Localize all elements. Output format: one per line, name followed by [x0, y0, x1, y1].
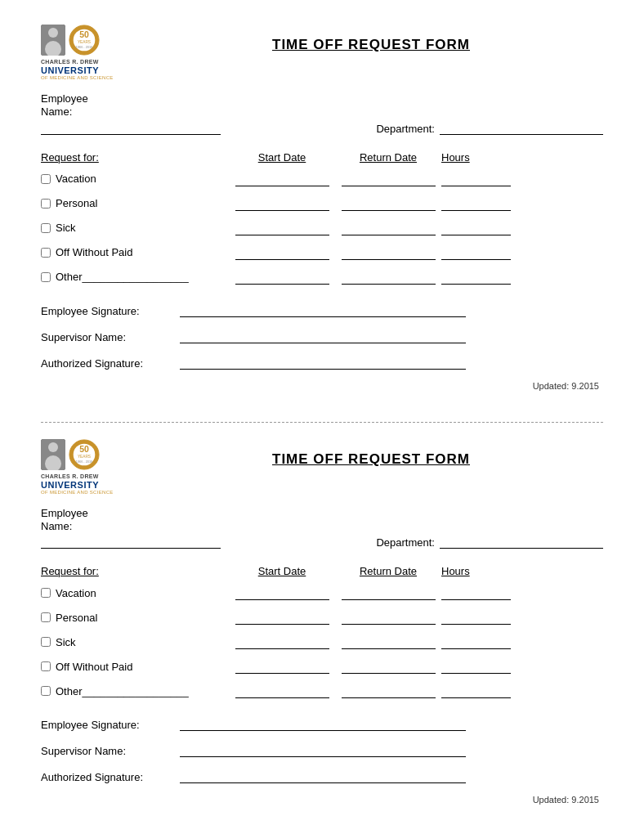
other-checkbox-1[interactable] — [41, 272, 51, 282]
employee-row-1: EmployeeName: Department: — [41, 92, 603, 134]
offwp-label-2: Off Without Paid — [56, 661, 132, 673]
authorized-field-2[interactable] — [180, 769, 466, 783]
offwp-start-1[interactable] — [235, 245, 329, 260]
personal-checkbox-label-2[interactable]: Personal — [41, 612, 229, 624]
employee-name-field-2[interactable] — [41, 534, 221, 549]
personal-checkbox-2[interactable] — [41, 612, 51, 622]
employee-sig-field-2[interactable] — [180, 716, 466, 731]
offwp-checkbox-1[interactable] — [41, 248, 51, 258]
personal-row-2: Personal — [41, 607, 603, 628]
sick-return-2[interactable] — [342, 634, 436, 649]
form-header-1: 50 YEARS 1966 - 2016 CHARLES R. DREW UNI… — [41, 25, 603, 80]
vacation-checkbox-label-2[interactable]: Vacation — [41, 587, 229, 599]
form-title-2: TIME OFF REQUEST FORM — [139, 451, 603, 468]
other-checkbox-label-2[interactable]: Other__________________ — [41, 685, 229, 697]
offwp-checkbox-2[interactable] — [41, 661, 51, 671]
offwp-checkbox-label-1[interactable]: Off Without Paid — [41, 246, 229, 258]
sick-start-1[interactable] — [235, 221, 329, 235]
other-start-1[interactable] — [235, 270, 329, 285]
form-header-2: 50 YEARS 1966 - 2016 CHARLES R. DREW UNI… — [41, 439, 603, 495]
department-field-2[interactable] — [440, 534, 603, 549]
personal-hours-2[interactable] — [441, 610, 511, 625]
employee-name-group-2: EmployeeName: — [41, 507, 221, 549]
sick-checkbox-label-1[interactable]: Sick — [41, 222, 229, 234]
employee-row-2: EmployeeName: Department: — [41, 507, 603, 549]
vacation-return-2[interactable] — [342, 585, 436, 600]
authorized-row-1: Authorized Signature: — [41, 355, 603, 370]
sick-hours-1[interactable] — [441, 221, 511, 235]
logo-area-1: 50 YEARS 1966 - 2016 CHARLES R. DREW UNI… — [41, 25, 139, 80]
vacation-return-1[interactable] — [342, 172, 436, 186]
offwp-return-2[interactable] — [342, 659, 436, 674]
charles-text-2: CHARLES R. DREW — [41, 473, 139, 480]
other-label-1: Other__________________ — [56, 271, 189, 283]
other-row-2: Other__________________ — [41, 680, 603, 702]
title-area-2: TIME OFF REQUEST FORM — [139, 439, 603, 468]
other-checkbox-2[interactable] — [41, 686, 51, 696]
offwp-hours-1[interactable] — [441, 245, 511, 260]
vacation-row-2: Vacation — [41, 582, 603, 603]
other-label-2: Other__________________ — [56, 685, 189, 697]
vacation-label-2: Vacation — [56, 587, 96, 599]
vacation-hours-1[interactable] — [441, 172, 511, 186]
other-checkbox-label-1[interactable]: Other__________________ — [41, 271, 229, 283]
sick-checkbox-2[interactable] — [41, 637, 51, 647]
employee-sig-row-1: Employee Signature: — [41, 303, 603, 317]
supervisor-label-1: Supervisor Name: — [41, 331, 172, 343]
personal-checkbox-1[interactable] — [41, 199, 51, 208]
personal-label-1: Personal — [56, 197, 97, 209]
other-start-2[interactable] — [235, 684, 329, 698]
logo-person-icon — [41, 25, 65, 56]
supervisor-field-2[interactable] — [180, 742, 466, 757]
svg-text:1966 - 2016: 1966 - 2016 — [76, 460, 92, 463]
charles-text: CHARLES R. DREW — [41, 59, 139, 65]
sick-start-2[interactable] — [235, 634, 329, 649]
vacation-start-2[interactable] — [235, 585, 329, 600]
personal-start-2[interactable] — [235, 610, 329, 625]
other-hours-2[interactable] — [441, 684, 511, 698]
authorized-label-2: Authorized Signature: — [41, 771, 172, 783]
sick-row-2: Sick — [41, 631, 603, 652]
personal-return-2[interactable] — [342, 610, 436, 625]
other-return-2[interactable] — [342, 684, 436, 698]
vacation-checkbox-1[interactable] — [41, 174, 51, 184]
offwp-return-1[interactable] — [342, 245, 436, 260]
employee-sig-field-1[interactable] — [180, 303, 466, 317]
employee-sig-label-1: Employee Signature: — [41, 305, 172, 317]
sick-checkbox-label-2[interactable]: Sick — [41, 636, 229, 648]
request-for-header: Request for: — [41, 151, 229, 164]
offwp-row-1: Off Without Paid — [41, 242, 603, 263]
personal-hours-1[interactable] — [441, 196, 511, 211]
other-return-1[interactable] — [342, 270, 436, 285]
vacation-checkbox-2[interactable] — [41, 588, 51, 598]
logo-person-icon-2 — [41, 439, 65, 470]
other-hours-1[interactable] — [441, 270, 511, 285]
sick-checkbox-1[interactable] — [41, 223, 51, 233]
personal-checkbox-label-1[interactable]: Personal — [41, 197, 229, 209]
authorized-row-2: Authorized Signature: — [41, 769, 603, 783]
offwp-hours-2[interactable] — [441, 659, 511, 674]
authorized-field-1[interactable] — [180, 355, 466, 370]
personal-return-1[interactable] — [342, 196, 436, 211]
return-date-header: Return Date — [335, 151, 441, 164]
employee-name-field-1[interactable] — [41, 120, 221, 135]
science-text: OF MEDICINE AND SCIENCE — [41, 75, 139, 80]
hours-header: Hours — [441, 151, 523, 164]
vacation-hours-2[interactable] — [441, 585, 511, 600]
fifty-years-badge: 50 YEARS 1966 - 2016 — [69, 25, 100, 56]
vacation-start-1[interactable] — [235, 172, 329, 186]
svg-text:50: 50 — [79, 30, 89, 39]
university-text: UNIVERSITY — [41, 65, 139, 75]
personal-start-1[interactable] — [235, 196, 329, 211]
supervisor-field-1[interactable] — [180, 329, 466, 343]
department-group-1: Department: — [376, 120, 603, 135]
offwp-checkbox-label-2[interactable]: Off Without Paid — [41, 661, 229, 673]
department-label-2: Department: — [376, 536, 435, 549]
logo-text-2: CHARLES R. DREW UNIVERSITY OF MEDICINE A… — [41, 473, 139, 495]
vacation-checkbox-label-1[interactable]: Vacation — [41, 173, 229, 185]
department-field-1[interactable] — [440, 120, 603, 135]
sick-hours-2[interactable] — [441, 634, 511, 649]
sick-return-1[interactable] — [342, 221, 436, 235]
start-date-header-2: Start Date — [229, 565, 335, 577]
offwp-start-2[interactable] — [235, 659, 329, 674]
